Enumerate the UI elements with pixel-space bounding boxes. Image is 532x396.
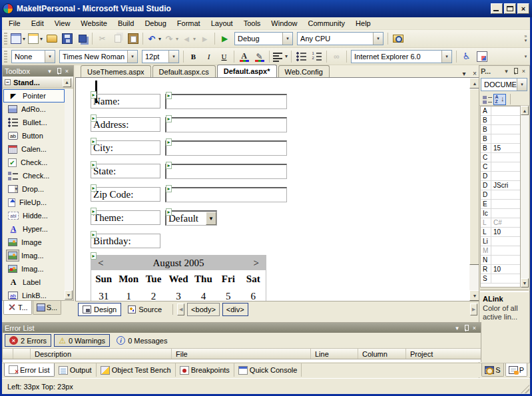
calendar-date[interactable]: 1	[116, 291, 140, 301]
toolbox-item[interactable]: A Hyper...	[3, 222, 65, 236]
line-column-header[interactable]: Line	[311, 349, 358, 359]
label-control-city[interactable]: ▸City:	[91, 140, 160, 155]
calendar-date[interactable]: 5	[216, 291, 240, 301]
close-button[interactable]: ×	[517, 3, 529, 14]
property-value[interactable]: 10	[491, 265, 520, 274]
calendar-date[interactable]: 6	[241, 291, 266, 301]
description-column-header[interactable]: Description	[31, 349, 172, 359]
source-view-button[interactable]: Source	[124, 303, 166, 316]
highlight-button[interactable]: ✎	[252, 49, 267, 64]
label-control-address[interactable]: ▸Address:	[91, 117, 160, 132]
italic-button[interactable]: I	[201, 49, 216, 64]
toolbar-button[interactable]: ▶	[217, 31, 232, 46]
numbered-list-button[interactable]	[309, 49, 324, 64]
property-value[interactable]: C#	[491, 218, 520, 227]
document-tab[interactable]: Default.aspx*	[217, 65, 277, 77]
label-control-zip[interactable]: ▸Zip Code:	[91, 187, 160, 202]
div-tag-button[interactable]: <div>	[222, 303, 248, 316]
project-column-header[interactable]: Project	[406, 349, 481, 359]
property-value[interactable]	[491, 106, 520, 115]
property-row[interactable]: N	[481, 256, 520, 265]
warnings-filter-button[interactable]: ⚠0 Warnings	[54, 334, 110, 347]
categorized-button[interactable]	[481, 94, 493, 105]
textbox-control-address[interactable]: ▸	[165, 117, 287, 132]
pin-icon[interactable]	[54, 67, 63, 75]
resize-grip[interactable]	[521, 385, 529, 393]
toolbar-grip[interactable]	[4, 51, 7, 63]
panel-tab[interactable]: Breakpoints	[176, 363, 234, 377]
calendar-next-link[interactable]: >	[254, 258, 259, 269]
property-row[interactable]: Ic	[481, 209, 520, 218]
pin-icon[interactable]	[511, 67, 519, 75]
calendar-date[interactable]: 4	[191, 291, 216, 301]
textbox-control-zip[interactable]: ▸	[165, 187, 287, 202]
toolbar-button[interactable]	[110, 31, 125, 46]
toolbox-item[interactable]: ✔ Check...	[3, 156, 65, 169]
toolbox-scrollbar[interactable]: ▼	[65, 89, 73, 299]
calendar-prev-link[interactable]: <	[98, 258, 103, 269]
font-size-combo[interactable]: 12pt ▾	[142, 50, 179, 63]
toolbar-button[interactable]: ↷	[162, 31, 180, 46]
property-value[interactable]	[491, 246, 520, 255]
menu-item[interactable]: Help	[350, 18, 376, 29]
toolbar-grip[interactable]	[4, 33, 7, 45]
toolbar-button[interactable]	[125, 31, 140, 46]
calendar-date[interactable]: 31	[91, 291, 116, 301]
menu-item[interactable]: Window	[266, 18, 302, 29]
minimize-button[interactable]	[491, 3, 503, 14]
property-value[interactable]: 10	[491, 228, 520, 236]
toolbar-button[interactable]: ◀	[180, 31, 197, 46]
menu-item[interactable]: Community	[302, 18, 350, 29]
chevron-down-icon[interactable]: ▾	[282, 33, 292, 45]
chevron-down-icon[interactable]: ▾	[127, 51, 137, 63]
document-tab[interactable]: Default.aspx.cs	[152, 65, 216, 77]
property-value[interactable]: 15	[491, 144, 520, 152]
property-value[interactable]	[491, 153, 520, 162]
accessibility-check-button[interactable]: ♿	[459, 49, 474, 64]
solution-explorer-tab[interactable]: S	[481, 363, 503, 377]
object-selector-combo[interactable]: DOCUME ▾	[481, 78, 527, 91]
close-icon[interactable]: ×	[63, 67, 71, 75]
property-row[interactable]: Li	[481, 237, 520, 246]
calendar-control[interactable]: ▸ < August 2005 > SunMonTueWedThuFriSat …	[91, 255, 266, 301]
bulleted-list-button[interactable]	[294, 49, 309, 64]
tag-nav-left-button[interactable]: ◀	[177, 303, 184, 315]
property-row[interactable]: D	[481, 190, 520, 200]
property-value[interactable]	[491, 237, 520, 246]
toolbox-item[interactable]: ◤ Pointer	[3, 89, 65, 102]
toolbox-item[interactable]: A Label	[3, 276, 65, 289]
solution-configuration-combo[interactable]: Debug ▾	[234, 32, 293, 45]
property-row[interactable]: C	[481, 153, 520, 162]
property-row[interactable]: E	[481, 200, 520, 209]
number-column-header[interactable]	[13, 349, 31, 359]
toolbox-item[interactable]: AdRo...	[3, 102, 65, 116]
font-color-button[interactable]: A	[236, 49, 252, 64]
label-control-name[interactable]: ▸Name:	[91, 94, 160, 108]
design-surface[interactable]: ▸Name: ▸ ▸Address: ▸ ▸City: ▸ ▸State: ▸	[75, 78, 469, 301]
menu-item[interactable]: Debug	[139, 18, 171, 29]
menu-item[interactable]: Layout	[206, 18, 238, 29]
toolbar-button[interactable]: ↶	[145, 31, 162, 46]
property-value[interactable]	[491, 200, 520, 208]
panel-tab[interactable]: Object Test Bench	[97, 363, 176, 377]
menu-item[interactable]: Edit	[26, 18, 49, 29]
panel-menu-icon[interactable]: ▾	[502, 67, 511, 75]
property-value[interactable]	[491, 172, 520, 180]
property-row[interactable]: C	[481, 162, 520, 172]
menu-item[interactable]: File	[3, 18, 26, 29]
collapse-icon[interactable]: −	[5, 79, 11, 85]
property-row[interactable]: D JScri	[481, 181, 520, 190]
toolbox-item[interactable]: Check...	[3, 169, 65, 182]
property-row[interactable]: M	[481, 246, 520, 256]
property-value[interactable]	[491, 125, 520, 134]
scroll-up-button[interactable]: ▲	[521, 106, 529, 115]
toolbox-item[interactable]: abl Hidde...	[3, 209, 65, 222]
property-row[interactable]: B 15	[481, 144, 520, 153]
label-control-state[interactable]: ▸State:	[91, 164, 160, 178]
toolbox-item[interactable]: FileUp...	[3, 196, 65, 209]
pin-icon[interactable]	[461, 324, 470, 332]
body-tag-button[interactable]: <body>	[187, 303, 220, 316]
calendar-date[interactable]: 3	[166, 291, 190, 301]
chevron-down-icon[interactable]: ▾	[45, 51, 55, 63]
icon-column-header[interactable]	[3, 349, 13, 359]
